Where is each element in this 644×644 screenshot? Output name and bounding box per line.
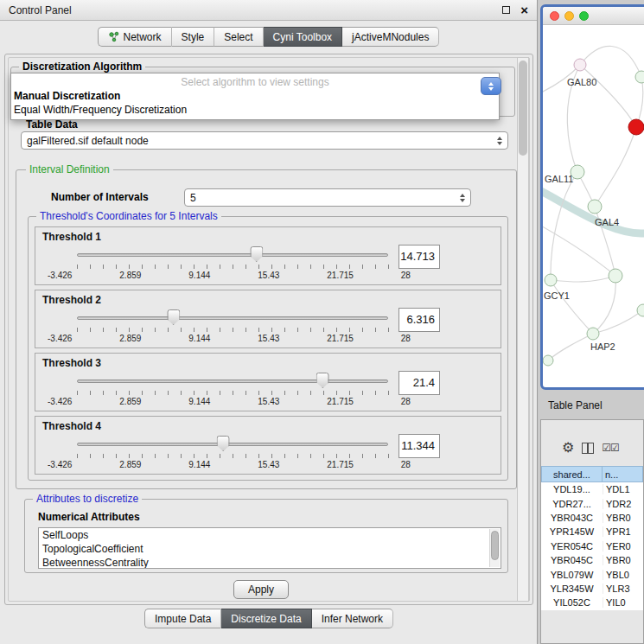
table-row[interactable]: YDL19... YDL1 <box>541 482 643 496</box>
slider-track[interactable] <box>77 253 388 257</box>
threshold-slider[interactable] <box>77 309 388 325</box>
table-cell[interactable]: YBR043C <box>541 513 603 523</box>
network-edge[interactable] <box>593 276 615 334</box>
table-cell[interactable]: YBL079W <box>541 570 603 580</box>
slider-track[interactable] <box>77 443 388 446</box>
table-cell[interactable]: YIL052C <box>541 597 603 608</box>
close-button[interactable] <box>550 11 559 21</box>
panel-scrollbar[interactable] <box>517 57 529 602</box>
table-row[interactable]: YPR145W YPR1 <box>541 525 643 539</box>
table-row[interactable]: YBR045C YBR0 <box>541 553 643 567</box>
network-node[interactable] <box>588 200 602 214</box>
table-cell[interactable]: YDL19... <box>541 484 603 494</box>
table-cell[interactable]: YPR1 <box>603 526 643 537</box>
network-edge[interactable] <box>548 334 593 360</box>
network-node[interactable] <box>587 328 599 340</box>
scrollbar-thumb[interactable] <box>491 531 499 560</box>
network-edge[interactable] <box>543 224 615 276</box>
threshold-value-field[interactable]: 6.316 <box>399 308 440 332</box>
slider-thumb[interactable] <box>167 309 180 325</box>
scale-tick-label: 9.144 <box>188 271 210 281</box>
threshold-slider[interactable] <box>77 436 388 451</box>
list-item[interactable]: TopologicalCoefficient <box>39 542 501 556</box>
table-cell[interactable]: YDR27... <box>541 499 603 509</box>
network-edge[interactable] <box>593 310 643 334</box>
column-selector-icon[interactable] <box>582 443 594 454</box>
network-edge[interactable] <box>551 276 615 282</box>
network-node[interactable] <box>637 304 644 316</box>
settings-gear-icon[interactable]: ⚙ <box>562 441 574 455</box>
table-cell[interactable]: YDR2 <box>603 499 643 509</box>
table-cell[interactable]: YDL1 <box>603 484 643 494</box>
tab-select[interactable]: Select <box>214 27 263 47</box>
close-window-icon[interactable]: × <box>520 3 528 16</box>
number-of-intervals-combobox[interactable]: 5 <box>184 188 471 207</box>
slider-ticks <box>77 265 389 269</box>
network-window-titlebar[interactable] <box>543 7 644 25</box>
tab-impute-data[interactable]: Impute Data <box>144 609 221 628</box>
table-row[interactable]: YIL052C YIL0 <box>541 596 643 609</box>
apply-button[interactable]: Apply <box>233 580 289 599</box>
threshold-slider[interactable] <box>77 373 388 388</box>
network-edge[interactable] <box>595 127 636 207</box>
threshold-value-field[interactable]: 11.344 <box>399 434 440 458</box>
tab-infer-network[interactable]: Infer Network <box>312 609 393 628</box>
network-node-selected[interactable] <box>628 119 644 135</box>
table-row[interactable]: YLR345W YLR3 <box>541 582 643 596</box>
table-cell[interactable]: YIL0 <box>603 597 643 608</box>
list-item[interactable]: BetweennessCentrality <box>39 556 501 569</box>
table-data-combobox[interactable]: galFiltered.sif default node <box>21 131 508 150</box>
zoom-button[interactable] <box>579 11 589 21</box>
network-view-window: GAL80 GAL11 GAL4 GCY1 HAP2 <box>540 4 644 390</box>
network-node[interactable] <box>609 269 622 283</box>
table-cell[interactable]: YBL0 <box>603 570 643 580</box>
network-node[interactable] <box>545 274 557 286</box>
tab-network[interactable]: Network <box>98 27 172 47</box>
dropdown-option-equal-width[interactable]: Equal Width/Frequency Discretization <box>11 104 499 118</box>
tab-cyni-toolbox[interactable]: Cyni Toolbox <box>264 27 342 47</box>
select-all-icon[interactable]: ☑☑ <box>602 442 619 454</box>
network-node[interactable] <box>574 59 586 71</box>
table-row[interactable]: YER054C YER0 <box>541 539 643 553</box>
threshold-value-field[interactable]: 21.4 <box>399 371 440 395</box>
network-edge[interactable] <box>580 46 641 77</box>
table-row[interactable]: YBL079W YBL0 <box>541 567 643 581</box>
algorithm-combobox-button[interactable] <box>481 77 501 95</box>
list-item[interactable]: SelfLoops <box>39 528 501 542</box>
network-edge[interactable] <box>551 172 577 280</box>
scrollbar-thumb[interactable] <box>519 61 527 156</box>
network-edge[interactable] <box>551 280 593 334</box>
table-cell[interactable]: YLR345W <box>541 583 603 594</box>
network-node[interactable] <box>543 355 553 366</box>
tab-style[interactable]: Style <box>172 27 215 47</box>
minimize-button[interactable] <box>564 11 574 21</box>
dropdown-option-manual-discretization[interactable]: Manual Discretization <box>11 90 499 104</box>
float-window-icon[interactable] <box>502 6 510 14</box>
network-canvas[interactable]: GAL80 GAL11 GAL4 GCY1 HAP2 <box>543 25 644 373</box>
column-header[interactable]: shared... <box>541 466 603 482</box>
table-cell[interactable]: YBR045C <box>541 555 603 565</box>
table-row[interactable]: YDR27... YDR2 <box>541 496 643 510</box>
slider-thumb[interactable] <box>316 373 329 388</box>
network-node[interactable] <box>635 71 644 83</box>
tab-jactivemodules[interactable]: jActiveMNodules <box>342 27 439 47</box>
slider-track[interactable] <box>77 379 388 383</box>
tab-discretize-data[interactable]: Discretize Data <box>221 609 311 628</box>
list-scrollbar[interactable] <box>489 529 500 567</box>
slider-thumb[interactable] <box>217 436 230 451</box>
table-cell[interactable]: YLR3 <box>603 583 643 594</box>
table-cell[interactable]: YER0 <box>603 541 643 552</box>
table-cell[interactable]: YER054C <box>541 541 603 552</box>
threshold-value-field[interactable]: 14.713 <box>399 245 440 269</box>
table-cell[interactable]: YBR0 <box>603 513 643 523</box>
slider-thumb[interactable] <box>250 246 263 262</box>
column-header[interactable]: n... <box>603 466 643 482</box>
threshold-slider[interactable] <box>77 246 388 262</box>
table-header-row: shared... n... <box>541 466 643 482</box>
network-edge[interactable] <box>580 65 636 127</box>
table-cell[interactable]: YPR145W <box>541 526 603 537</box>
table-cell[interactable]: YBR0 <box>603 555 643 565</box>
slider-track[interactable] <box>77 316 388 320</box>
table-row[interactable]: YBR043C YBR0 <box>541 511 643 525</box>
window-titlebar[interactable]: Control Panel × <box>0 0 537 21</box>
